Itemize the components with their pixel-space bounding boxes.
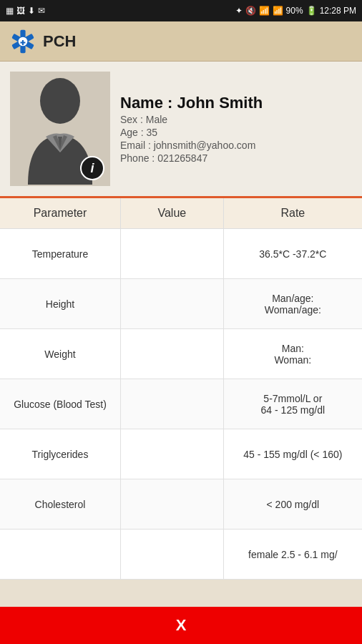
cell-value	[121, 479, 224, 529]
status-right: ✦ 🔇 📶 📶 90% 🔋 12:28 PM	[235, 6, 356, 16]
profile-sex: Sex : Male	[120, 114, 263, 125]
header-rate: Rate	[223, 198, 362, 228]
app-title: PCH	[43, 32, 76, 51]
grid-icon: ▦	[6, 6, 14, 16]
cell-parameter: Glucose (Blood Test)	[0, 379, 121, 429]
cell-rate: female 2.5 - 6.1 mg/	[224, 530, 362, 579]
cell-parameter: Height	[0, 279, 121, 328]
table-row: Triglycerides45 - 155 mg/dl (< 160)	[0, 429, 362, 479]
bluetooth-icon: ✦	[235, 6, 243, 16]
wifi-icon: 📶	[259, 6, 270, 16]
cell-value	[121, 429, 224, 479]
cell-rate: Man: Woman:	[224, 329, 362, 379]
cell-rate: 36.5*C -37.2*C	[224, 229, 362, 278]
table-row: HeightMan/age: Woman/age:	[0, 279, 362, 329]
cell-rate: Man/age: Woman/age:	[224, 279, 362, 328]
cell-parameter: Temperature	[0, 229, 121, 278]
download-icon: ⬇	[28, 6, 35, 16]
cell-value	[121, 329, 224, 379]
star-of-life-icon: ✚	[10, 29, 36, 54]
battery-icon: 🔋	[306, 6, 317, 16]
profile-age: Age : 35	[120, 127, 263, 138]
mute-icon: 🔇	[245, 6, 256, 16]
clock: 12:28 PM	[320, 6, 356, 16]
profile-section: i Name : John Smith Sex : Male Age : 35 …	[0, 62, 362, 198]
cell-parameter: Triglycerides	[0, 429, 121, 479]
table-row: Cholesterol< 200 mg/dl	[0, 479, 362, 530]
table-header: Parameter Value Rate	[0, 198, 362, 229]
header-parameter: Parameter	[0, 198, 120, 228]
close-button[interactable]: X	[176, 616, 187, 635]
header-value: Value	[120, 198, 223, 228]
profile-info: Name : John Smith Sex : Male Age : 35 Em…	[120, 72, 263, 186]
battery-label: 90%	[286, 6, 303, 16]
cell-value	[121, 229, 224, 278]
profile-email: Email : johnsmith@yahoo.com	[120, 140, 263, 151]
cell-parameter: Cholesterol	[0, 479, 121, 529]
status-left: ▦ 🖼 ⬇ ✉	[6, 6, 45, 16]
avatar-bg: i	[10, 72, 110, 186]
cell-parameter: Weight	[0, 329, 121, 379]
svg-point-5	[40, 78, 80, 124]
status-bar: ▦ 🖼 ⬇ ✉ ✦ 🔇 📶 📶 90% 🔋 12:28 PM	[0, 0, 362, 21]
table-row: female 2.5 - 6.1 mg/	[0, 530, 362, 580]
mail-icon: ✉	[38, 6, 45, 16]
cell-parameter	[0, 530, 121, 579]
table-row: Glucose (Blood Test)5-7mmol/L or 64 - 12…	[0, 379, 362, 429]
cell-value	[121, 379, 224, 429]
profile-phone: Phone : 021265847	[120, 152, 263, 164]
profile-name: Name : John Smith	[120, 94, 263, 112]
table-section: Parameter Value Rate Temperature36.5*C -…	[0, 198, 362, 580]
app-header: ✚ PCH	[0, 21, 362, 62]
svg-text:✚: ✚	[20, 39, 26, 46]
signal-icon: 📶	[273, 6, 283, 16]
table-row: Temperature36.5*C -37.2*C	[0, 229, 362, 279]
info-badge: i	[80, 156, 104, 180]
cell-value	[121, 530, 224, 579]
table-body: Temperature36.5*C -37.2*CHeightMan/age: …	[0, 229, 362, 580]
avatar-container: i	[10, 72, 110, 186]
cell-rate: 5-7mmol/L or 64 - 125 mg/dl	[224, 379, 362, 429]
table-row: WeightMan: Woman:	[0, 329, 362, 379]
cell-value	[121, 279, 224, 328]
cell-rate: 45 - 155 mg/dl (< 160)	[224, 429, 362, 479]
bottom-bar[interactable]: X	[0, 607, 362, 644]
cell-rate: < 200 mg/dl	[224, 479, 362, 529]
image-icon: 🖼	[16, 6, 25, 16]
